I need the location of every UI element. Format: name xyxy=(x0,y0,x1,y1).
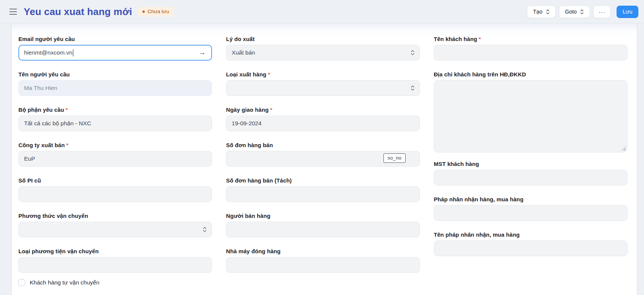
selling-company-input[interactable]: EuP xyxy=(18,151,212,167)
customer-name-label: Tên khách hàng xyxy=(434,36,477,42)
save-button[interactable]: Lưu xyxy=(617,6,638,18)
field-salesperson: Người bán hàng xyxy=(226,213,420,237)
field-legal-entity-name: Tên pháp nhân nhận, mua hàng xyxy=(434,231,627,256)
select-chevrons-icon xyxy=(580,9,584,15)
self-transport-label: Khách hàng tự vận chuyển xyxy=(30,279,99,286)
selling-company-label: Công ty xuất bán xyxy=(18,142,65,148)
customer-name-input[interactable] xyxy=(434,45,627,61)
header-actions: Tạo Goto ··· Lưu xyxy=(527,6,638,18)
requester-name-input: Ma Thu Hien xyxy=(18,80,212,96)
required-asterisk: * xyxy=(66,142,68,148)
field-delivery-date: Ngày giao hàng* 19-09-2024 xyxy=(226,106,420,131)
requester-name-label: Tên người yêu cầu xyxy=(18,71,70,78)
required-asterisk: * xyxy=(270,106,272,113)
requester-email-value: hienmt@nxcom.vn xyxy=(24,49,73,56)
field-customer-address: Địa chỉ khách hàng trên HĐ,ĐKKD xyxy=(434,71,627,152)
transport-method-label: Phương thức vận chuyển xyxy=(18,213,88,219)
form-column-3: Tên khách hàng* Địa chỉ khách hàng trên … xyxy=(434,36,627,286)
follow-link-arrow-icon[interactable]: → xyxy=(199,49,206,56)
delivery-date-input[interactable]: 19-09-2024 xyxy=(226,116,420,131)
requester-name-value: Ma Thu Hien xyxy=(24,85,57,91)
department-input[interactable]: Tất cả các bộ phận - NXC xyxy=(18,116,212,131)
export-reason-value: Xuất bán xyxy=(232,49,255,56)
export-reason-label: Lý do xuất xyxy=(226,36,255,42)
legal-entity-name-label: Tên pháp nhân nhận, mua hàng xyxy=(434,231,520,238)
field-requester-name: Tên người yêu cầu Ma Thu Hien xyxy=(18,71,212,96)
customer-tax-id-input[interactable] xyxy=(434,170,627,186)
transport-method-select[interactable] xyxy=(18,222,212,237)
select-chevrons-icon xyxy=(546,9,550,15)
old-pi-number-label: Số PI cũ xyxy=(18,177,41,184)
required-asterisk: * xyxy=(268,71,270,78)
selling-company-value: EuP xyxy=(24,155,35,162)
form-column-2: Lý do xuất Xuất bán Loại xuất hàng* Ngày… xyxy=(226,36,420,286)
field-vehicle-type: Loại phương tiện vận chuyển xyxy=(18,248,212,273)
vehicle-type-input[interactable] xyxy=(18,257,212,273)
customer-address-textarea[interactable] xyxy=(434,80,627,152)
field-packing-factory: Nhà máy đóng hàng xyxy=(226,248,420,273)
packing-factory-input[interactable] xyxy=(226,257,420,273)
field-department: Bộ phận yêu cầu* Tất cả các bộ phận - NX… xyxy=(18,106,212,131)
form-column-1: Email người yêu cầu hienmt@nxcom.vn → Tê… xyxy=(18,36,212,286)
sales-order-label: Số đơn hàng bán xyxy=(226,142,273,148)
menu-icon[interactable] xyxy=(9,9,17,15)
self-transport-checkbox[interactable] xyxy=(18,279,25,286)
export-type-select[interactable] xyxy=(226,80,420,96)
sales-order-split-label: Số đơn hàng bán (Tách) xyxy=(226,177,292,184)
field-transport-method: Phương thức vận chuyển xyxy=(18,213,212,237)
old-pi-number-input[interactable] xyxy=(18,186,212,202)
field-export-type: Loại xuất hàng* xyxy=(226,71,420,96)
required-asterisk: * xyxy=(479,36,481,42)
requester-email-label: Email người yêu cầu xyxy=(18,36,75,42)
self-transport-checkbox-row[interactable]: Khách hàng tự vận chuyển xyxy=(18,279,212,286)
more-menu-icon: ··· xyxy=(599,9,605,15)
legal-entity-name-input[interactable] xyxy=(434,240,627,256)
goto-button-label: Goto xyxy=(565,9,577,15)
more-menu-button[interactable]: ··· xyxy=(593,6,611,18)
field-export-reason: Lý do xuất Xuất bán xyxy=(226,36,420,61)
department-label: Bộ phận yêu cầu xyxy=(18,106,64,113)
field-selling-company: Công ty xuất bán* EuP xyxy=(18,142,212,167)
field-legal-entity: Pháp nhân nhận hàng, mua hàng xyxy=(434,196,627,221)
page-title[interactable]: Yeu cau xuat hang mới xyxy=(24,6,132,18)
form-grid: Email người yêu cầu hienmt@nxcom.vn → Tê… xyxy=(18,36,627,286)
text-cursor xyxy=(73,49,74,56)
select-chevrons-icon xyxy=(411,50,415,56)
field-requester-email: Email người yêu cầu hienmt@nxcom.vn → xyxy=(18,36,212,61)
export-reason-select[interactable]: Xuất bán xyxy=(226,45,420,61)
required-asterisk: * xyxy=(66,106,68,113)
field-sales-order: Số đơn hàng bán so_no xyxy=(226,142,420,167)
salesperson-input[interactable] xyxy=(226,222,420,237)
status-badge: Chưa lưu xyxy=(138,7,174,17)
field-old-pi-number: Số PI cũ xyxy=(18,177,212,202)
delivery-date-value: 19-09-2024 xyxy=(232,120,261,127)
legal-entity-label: Pháp nhân nhận hàng, mua hàng xyxy=(434,196,524,202)
field-customer-tax-id: MST khách hàng xyxy=(434,161,627,186)
page-header: Yeu cau xuat hang mới Chưa lưu Tạo Goto … xyxy=(0,0,644,24)
resize-handle[interactable] xyxy=(621,146,626,151)
requester-email-input[interactable]: hienmt@nxcom.vn → xyxy=(18,45,212,61)
vehicle-type-label: Loại phương tiện vận chuyển xyxy=(18,248,98,254)
field-customer-name: Tên khách hàng* xyxy=(434,36,627,61)
packing-factory-label: Nhà máy đóng hàng xyxy=(226,248,280,254)
customer-address-label: Địa chỉ khách hàng trên HĐ,ĐKKD xyxy=(434,71,526,78)
export-type-label: Loại xuất hàng xyxy=(226,71,266,78)
customer-tax-id-label: MST khách hàng xyxy=(434,161,479,167)
create-button[interactable]: Tạo xyxy=(527,6,556,18)
department-value: Tất cả các bộ phận - NXC xyxy=(24,120,91,127)
sales-order-split-input[interactable] xyxy=(226,186,420,202)
create-button-label: Tạo xyxy=(533,9,542,15)
select-chevrons-icon xyxy=(411,85,415,91)
goto-button[interactable]: Goto xyxy=(559,6,590,18)
delivery-date-label: Ngày giao hàng xyxy=(226,106,268,113)
status-badge-label: Chưa lưu xyxy=(148,9,169,14)
salesperson-label: Người bán hàng xyxy=(226,213,270,219)
select-chevrons-icon xyxy=(203,227,207,233)
legal-entity-input[interactable] xyxy=(434,205,627,221)
status-dot-icon xyxy=(142,11,145,13)
fieldname-tooltip: so_no xyxy=(383,154,406,163)
field-sales-order-split: Số đơn hàng bán (Tách) xyxy=(226,177,420,202)
form-panel: Email người yêu cầu hienmt@nxcom.vn → Tê… xyxy=(11,24,637,295)
sales-order-input[interactable]: so_no xyxy=(226,151,420,167)
